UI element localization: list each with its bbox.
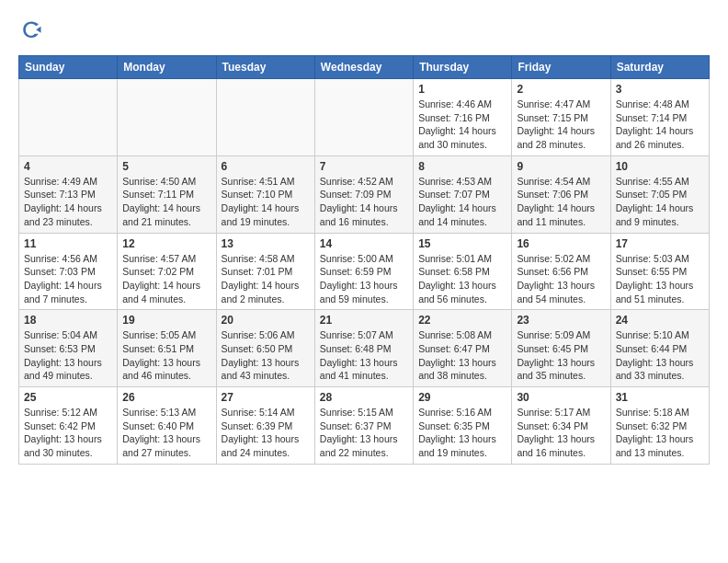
calendar-cell: 16Sunrise: 5:02 AMSunset: 6:56 PMDayligh…: [512, 233, 610, 310]
calendar-cell: 22Sunrise: 5:08 AMSunset: 6:47 PMDayligh…: [414, 310, 512, 387]
cell-content: Sunrise: 5:03 AMSunset: 6:55 PMDaylight:…: [616, 252, 704, 306]
day-number: 22: [418, 314, 506, 327]
cell-content: Sunrise: 5:13 AMSunset: 6:40 PMDaylight:…: [122, 406, 210, 460]
calendar-cell: 3Sunrise: 4:48 AMSunset: 7:14 PMDaylight…: [610, 79, 709, 156]
day-number: 18: [24, 314, 112, 327]
day-number: 17: [616, 237, 704, 250]
cell-content: Sunrise: 4:48 AMSunset: 7:14 PMDaylight:…: [616, 98, 704, 152]
cell-content: Sunrise: 4:58 AMSunset: 7:01 PMDaylight:…: [222, 252, 310, 306]
cell-content: Sunrise: 4:49 AMSunset: 7:13 PMDaylight:…: [24, 175, 112, 229]
cell-content: Sunrise: 5:12 AMSunset: 6:42 PMDaylight:…: [24, 406, 112, 460]
day-number: 27: [222, 391, 310, 404]
day-number: 13: [222, 237, 310, 250]
day-number: 14: [320, 237, 408, 250]
calendar-cell: 15Sunrise: 5:01 AMSunset: 6:58 PMDayligh…: [414, 233, 512, 310]
cell-content: Sunrise: 5:00 AMSunset: 6:59 PMDaylight:…: [320, 252, 408, 306]
calendar-cell: 14Sunrise: 5:00 AMSunset: 6:59 PMDayligh…: [314, 233, 413, 310]
calendar-cell: 26Sunrise: 5:13 AMSunset: 6:40 PMDayligh…: [118, 387, 216, 465]
header: [18, 18, 710, 44]
calendar-cell: 27Sunrise: 5:14 AMSunset: 6:39 PMDayligh…: [216, 387, 314, 465]
cell-content: Sunrise: 5:10 AMSunset: 6:44 PMDaylight:…: [616, 328, 704, 383]
day-of-week-header: Sunday: [19, 56, 118, 79]
cell-content: Sunrise: 4:56 AMSunset: 7:03 PMDaylight:…: [24, 252, 112, 306]
calendar-cell: 24Sunrise: 5:10 AMSunset: 6:44 PMDayligh…: [610, 310, 709, 387]
day-number: 7: [320, 160, 408, 173]
page: SundayMondayTuesdayWednesdayThursdayFrid…: [0, 0, 728, 474]
calendar-cell: 13Sunrise: 4:58 AMSunset: 7:01 PMDayligh…: [216, 233, 314, 310]
cell-content: Sunrise: 4:51 AMSunset: 7:10 PMDaylight:…: [222, 175, 310, 229]
day-number: 2: [517, 83, 605, 96]
day-number: 29: [418, 391, 506, 404]
calendar-cell: 28Sunrise: 5:15 AMSunset: 6:37 PMDayligh…: [314, 387, 413, 465]
calendar-cell: 4Sunrise: 4:49 AMSunset: 7:13 PMDaylight…: [19, 155, 118, 233]
cell-content: Sunrise: 4:46 AMSunset: 7:16 PMDaylight:…: [418, 98, 506, 152]
calendar-header-row: SundayMondayTuesdayWednesdayThursdayFrid…: [19, 56, 710, 79]
day-number: 30: [517, 391, 605, 404]
calendar-week-row: 1Sunrise: 4:46 AMSunset: 7:16 PMDaylight…: [19, 79, 710, 156]
cell-content: Sunrise: 5:04 AMSunset: 6:53 PMDaylight:…: [24, 328, 112, 383]
cell-content: Sunrise: 5:06 AMSunset: 6:50 PMDaylight:…: [222, 328, 310, 383]
calendar-cell: 1Sunrise: 4:46 AMSunset: 7:16 PMDaylight…: [414, 79, 512, 156]
calendar-week-row: 4Sunrise: 4:49 AMSunset: 7:13 PMDaylight…: [19, 155, 710, 233]
day-of-week-header: Thursday: [414, 56, 512, 79]
cell-content: Sunrise: 5:08 AMSunset: 6:47 PMDaylight:…: [418, 328, 506, 383]
cell-content: Sunrise: 5:01 AMSunset: 6:58 PMDaylight:…: [418, 252, 506, 306]
cell-content: Sunrise: 5:05 AMSunset: 6:51 PMDaylight:…: [122, 328, 210, 383]
calendar-cell: 18Sunrise: 5:04 AMSunset: 6:53 PMDayligh…: [19, 310, 118, 387]
calendar-cell: 30Sunrise: 5:17 AMSunset: 6:34 PMDayligh…: [512, 387, 610, 465]
cell-content: Sunrise: 4:57 AMSunset: 7:02 PMDaylight:…: [122, 252, 210, 306]
logo-icon: [18, 18, 44, 44]
calendar-cell: 31Sunrise: 5:18 AMSunset: 6:32 PMDayligh…: [610, 387, 709, 465]
cell-content: Sunrise: 4:52 AMSunset: 7:09 PMDaylight:…: [320, 175, 408, 229]
calendar-cell: 17Sunrise: 5:03 AMSunset: 6:55 PMDayligh…: [610, 233, 709, 310]
cell-content: Sunrise: 5:02 AMSunset: 6:56 PMDaylight:…: [517, 252, 605, 306]
calendar-cell: 8Sunrise: 4:53 AMSunset: 7:07 PMDaylight…: [414, 155, 512, 233]
cell-content: Sunrise: 4:50 AMSunset: 7:11 PMDaylight:…: [122, 175, 210, 229]
svg-marker-1: [36, 27, 40, 33]
day-number: 11: [24, 237, 112, 250]
logo: [18, 18, 48, 44]
calendar-cell: [216, 79, 314, 156]
cell-content: Sunrise: 5:17 AMSunset: 6:34 PMDaylight:…: [517, 406, 605, 460]
day-of-week-header: Monday: [118, 56, 216, 79]
day-number: 31: [616, 391, 704, 404]
calendar-week-row: 25Sunrise: 5:12 AMSunset: 6:42 PMDayligh…: [19, 387, 710, 465]
cell-content: Sunrise: 5:16 AMSunset: 6:35 PMDaylight:…: [418, 406, 506, 460]
day-number: 23: [517, 314, 605, 327]
cell-content: Sunrise: 5:14 AMSunset: 6:39 PMDaylight:…: [222, 406, 310, 460]
calendar-cell: 21Sunrise: 5:07 AMSunset: 6:48 PMDayligh…: [314, 310, 413, 387]
cell-content: Sunrise: 4:47 AMSunset: 7:15 PMDaylight:…: [517, 98, 605, 152]
day-number: 19: [122, 314, 210, 327]
calendar-week-row: 11Sunrise: 4:56 AMSunset: 7:03 PMDayligh…: [19, 233, 710, 310]
calendar-cell: 10Sunrise: 4:55 AMSunset: 7:05 PMDayligh…: [610, 155, 709, 233]
calendar-cell: [19, 79, 118, 156]
calendar-cell: [314, 79, 413, 156]
day-of-week-header: Tuesday: [216, 56, 314, 79]
cell-content: Sunrise: 4:55 AMSunset: 7:05 PMDaylight:…: [616, 175, 704, 229]
day-number: 12: [122, 237, 210, 250]
cell-content: Sunrise: 4:54 AMSunset: 7:06 PMDaylight:…: [517, 175, 605, 229]
calendar-cell: 5Sunrise: 4:50 AMSunset: 7:11 PMDaylight…: [118, 155, 216, 233]
cell-content: Sunrise: 5:07 AMSunset: 6:48 PMDaylight:…: [320, 328, 408, 383]
day-number: 28: [320, 391, 408, 404]
calendar-cell: 7Sunrise: 4:52 AMSunset: 7:09 PMDaylight…: [314, 155, 413, 233]
day-number: 1: [418, 83, 506, 96]
day-of-week-header: Saturday: [610, 56, 709, 79]
day-number: 4: [24, 160, 112, 173]
day-number: 24: [616, 314, 704, 327]
day-of-week-header: Wednesday: [314, 56, 413, 79]
day-number: 21: [320, 314, 408, 327]
day-number: 20: [222, 314, 310, 327]
calendar-cell: 12Sunrise: 4:57 AMSunset: 7:02 PMDayligh…: [118, 233, 216, 310]
cell-content: Sunrise: 4:53 AMSunset: 7:07 PMDaylight:…: [418, 175, 506, 229]
calendar-cell: 20Sunrise: 5:06 AMSunset: 6:50 PMDayligh…: [216, 310, 314, 387]
day-of-week-header: Friday: [512, 56, 610, 79]
cell-content: Sunrise: 5:18 AMSunset: 6:32 PMDaylight:…: [616, 406, 704, 460]
day-number: 5: [122, 160, 210, 173]
cell-content: Sunrise: 5:09 AMSunset: 6:45 PMDaylight:…: [517, 328, 605, 383]
cell-content: Sunrise: 5:15 AMSunset: 6:37 PMDaylight:…: [320, 406, 408, 460]
day-number: 8: [418, 160, 506, 173]
calendar-cell: [118, 79, 216, 156]
day-number: 10: [616, 160, 704, 173]
calendar-cell: 9Sunrise: 4:54 AMSunset: 7:06 PMDaylight…: [512, 155, 610, 233]
